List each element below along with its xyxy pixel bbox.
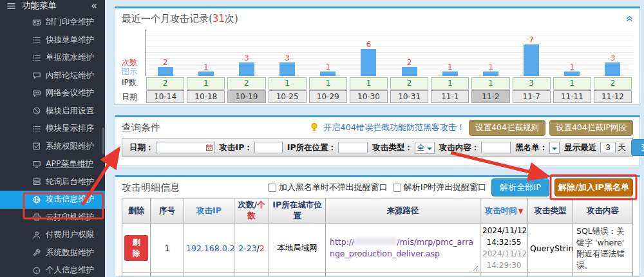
chart-column: 2210-14 [145,30,185,103]
chart-column: 1111-2 [470,30,511,103]
menu-list-icon [32,35,41,44]
bar-value-label: 7 [529,36,534,44]
attack-time-value: 2024/11/12 14:32:552024/11/12 14:29:30 [480,224,528,273]
sidebar-scrollbar[interactable] [102,128,104,155]
no-popup-on-blacklist-checkbox[interactable] [268,184,276,192]
attack-content-label: 攻击内容： [439,142,480,153]
sidebar-item[interactable]: 模块启用设置 [0,102,105,120]
calendar-icon[interactable] [205,144,213,151]
ip-count-cell: 1 [471,77,509,90]
sidebar-item[interactable]: APP菜单维护 [0,155,105,173]
chevron-down-icon [552,148,557,153]
id-card-icon [32,18,41,27]
date-row-label: 日期 [122,90,145,104]
date-cell[interactable]: 10-14 [146,90,184,103]
sidebar-item[interactable]: 内部论坛维护 [0,67,105,85]
globe-icon [32,195,41,204]
bar [198,72,214,76]
bar [442,72,458,76]
column-header-delete: 删除 [122,198,151,224]
attack-type-select[interactable]: 全 [415,142,435,154]
bar-value-label: 1 [204,63,209,72]
date-cell[interactable]: 10-18 [187,90,225,103]
sidebar-item[interactable]: 攻击信息维护 [0,191,105,209]
bar [320,72,336,76]
date-cell[interactable]: 11-2 [471,90,509,103]
bar-value-label: 3 [285,54,290,62]
popup-on-resolve-label: 解析IP时弹出提醒窗口 [404,182,487,193]
date-cell[interactable]: 10-19 [227,90,265,103]
sidebar-item[interactable]: 部门印章维护 [0,14,105,32]
bar [158,67,173,76]
sidebar-item-label: APP菜单维护 [46,158,93,169]
sidebar-item[interactable]: 快捷菜单维护 [0,32,105,50]
search-button[interactable]: 查询 [631,139,644,156]
attack-ip-label: 攻击IP： [220,142,252,153]
date-cell[interactable]: 10-25 [269,90,307,103]
chart-column: 1110-29 [308,30,348,103]
date-cell[interactable]: 11-12 [594,90,632,103]
popup-on-resolve-checkbox[interactable] [393,184,401,192]
ip-location-value: 本地局域网 [269,224,326,273]
recent-days-input[interactable] [600,142,616,153]
ip-count-cell: 2 [227,77,265,90]
date-cell[interactable]: 11-11 [553,90,591,103]
sidebar-item-label: 攻击信息维护 [46,194,94,205]
bar-value-label: 1 [448,63,453,72]
set-404-ip-range-button[interactable]: 设置404拦截IP网段 [549,120,633,136]
bar-value-label: 3 [611,54,616,62]
set-404-rule-button[interactable]: 设置404拦截规则 [469,120,545,136]
ip-count-cell: 2 [390,77,428,90]
toggle-ip-blacklist-button[interactable]: 解除/加入IP黑名单 [554,178,633,196]
ip-location-input[interactable] [338,142,368,153]
sidebar-item-label: 个人信息维护 [46,265,94,276]
resize-handle-icon[interactable] [473,265,478,271]
sidebar-item-label: 内部论坛维护 [46,70,94,81]
chat-icon [32,71,41,80]
attack-ip-input[interactable] [254,142,283,153]
source-path-textarea[interactable]: http:///mis/mrp/pmc_arrange_production_d… [326,224,480,273]
sidebar-item-label: 模块显示排序 [46,123,94,134]
date-cell[interactable]: 11-7 [513,90,551,103]
source-path-textarea[interactable]: http://1/mis/mrp/pmc_arrange_production_… [326,273,480,277]
sidebar-item[interactable]: 轮询后台维护 [0,173,105,191]
sidebar-item[interactable]: 个人信息维护 [0,262,105,277]
column-header-location: IP所在城市位置 [269,198,326,224]
collapse-sidebar-icon[interactable]: « [91,1,97,11]
attack-ip-value[interactable]: 192.168.0.21 [184,273,234,277]
sidebar-item[interactable]: 系统数据维护 [0,244,105,262]
attack-content-value: SQL错误：关键字 'where' 附近有语法错误。 [573,224,633,273]
date-cell[interactable]: 11-1 [431,90,469,103]
ip-count-cell: 1 [187,77,225,90]
sidebar-item[interactable]: 系统权限维护 [0,138,105,156]
chart-column: 2210-31 [389,30,430,103]
column-header-time[interactable]: 攻击时间▼ [480,198,528,224]
sidebar-item[interactable]: 单据流水维护 [0,49,105,67]
date-cell[interactable]: 10-31 [390,90,428,103]
table-row: 删除1192.168.0.212-23/2本地局域网http:///mis/mr… [122,224,633,273]
blacklist-select[interactable] [549,142,560,154]
sidebar-item[interactable]: 模块显示排序 [0,120,105,138]
delete-button[interactable]: 删除 [124,235,148,261]
sidebar-item-label: 快捷菜单维护 [46,35,94,46]
count-value: 2-23/2 [234,224,269,273]
sidebar-item[interactable]: 付费用户权限 [0,226,105,244]
date-cell[interactable]: 10-30 [350,90,388,103]
bar [483,72,498,76]
attack-content-input[interactable] [481,142,511,153]
attack-ip-value[interactable]: 192.168.0.21 [184,224,234,273]
sidebar-item[interactable]: 网络会议维护 [0,84,105,102]
ordered-list-icon [32,53,41,62]
ip-row-label: IP数 [122,76,145,90]
user-icon [32,231,41,240]
collapse-panel-icon[interactable] [625,13,634,23]
resolve-all-ip-button[interactable]: 解析全部IP [491,178,549,196]
sidebar-item[interactable]: 云打印机维护 [0,209,105,227]
info-icon [32,266,41,275]
sidebar-item-label: 付费用户权限 [46,229,94,240]
query-panel: 查询条件 开启404错误拦截功能防范黑客攻击！ 设置404拦截规则 设置404拦… [115,115,640,166]
attack-detail-panel: 攻击明细信息 加入黑名单时不弹出提醒窗口 解析IP时弹出提醒窗口 解析全部IP … [115,175,640,277]
column-header-content: 攻击内容 [573,198,633,224]
chart-column: 3110-25 [267,30,308,103]
date-cell[interactable]: 10-29 [309,90,347,103]
